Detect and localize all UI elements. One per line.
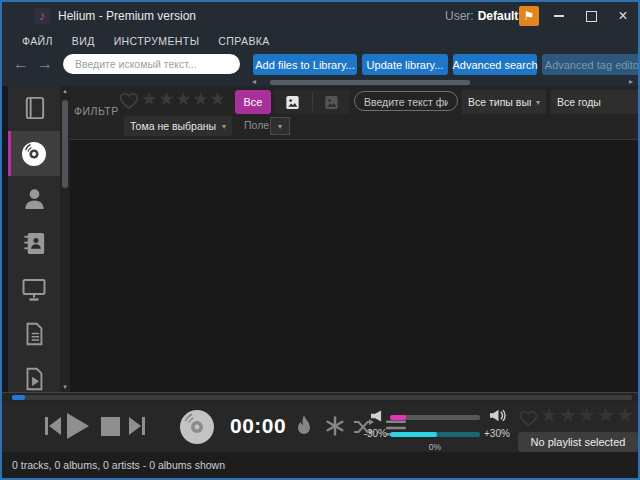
playlist-file-icon [21, 366, 47, 392]
favorite-heart-icon[interactable] [119, 92, 139, 110]
menu-item-view[interactable]: ВИД [72, 35, 95, 47]
speaker-loud-icon [490, 409, 506, 422]
menu-item-tools[interactable]: ИНСТРУМЕНТЫ [114, 35, 200, 47]
filter-all-button[interactable]: Все [235, 90, 271, 114]
hscrollbar-track[interactable] [12, 395, 632, 400]
sidebar-item-reports[interactable] [8, 311, 60, 356]
minimize-button[interactable] [545, 2, 573, 30]
years-dropdown[interactable]: Все годы [551, 90, 640, 114]
scroll-up-icon[interactable]: ▴ [60, 87, 70, 95]
contacts-book-icon [21, 230, 48, 257]
release-type-dropdown[interactable]: Все типы выпусков ▾ [462, 90, 546, 114]
filter-text-input[interactable] [355, 93, 457, 111]
album-list-area[interactable] [70, 140, 638, 392]
flag-icon: ⚑ [524, 9, 535, 23]
years-value: Все годы [557, 96, 601, 108]
chevron-down-icon: ▾ [222, 122, 226, 131]
forward-button[interactable]: → [34, 53, 56, 75]
arrow-right-icon: → [37, 55, 53, 72]
pitch-current-value: 0% [410, 442, 460, 452]
title-bar: ♪ Helium - Premium version User:Default … [2, 2, 638, 30]
content-horizontal-scrollbar[interactable] [2, 392, 638, 402]
stop-button[interactable] [100, 416, 121, 437]
close-icon: × [618, 8, 627, 24]
toolbar-scrollbar[interactable]: ◂ ▸ [252, 78, 637, 86]
global-search [63, 54, 240, 74]
scroll-right-icon[interactable]: ▸ [629, 78, 637, 86]
back-button[interactable]: ← [10, 53, 32, 75]
add-files-button[interactable]: Add files to Library... [253, 54, 357, 75]
menu-bar: ФАЙЛ ВИД ИНСТРУМЕНТЫ СПРАВКА [2, 30, 638, 51]
filter-rating-stars[interactable]: ★★★★★ [141, 88, 227, 110]
volumes-value: Тома не выбраны [130, 120, 216, 132]
user-label: User: [445, 9, 474, 23]
update-library-button[interactable]: Update library... [362, 54, 448, 75]
volume-slider-fill [390, 415, 406, 420]
advanced-search-button[interactable]: Advanced search [453, 54, 537, 75]
sidebar-item-devices[interactable] [8, 266, 60, 311]
user-value: Default [478, 9, 519, 23]
hscrollbar-thumb[interactable] [12, 395, 25, 400]
monitor-icon [20, 275, 48, 303]
pitch-slider[interactable] [390, 432, 480, 437]
flame-icon [294, 414, 314, 440]
playlist-status-badge: No playlist selected [518, 432, 638, 452]
volumes-dropdown[interactable]: Тома не выбраны ▾ [124, 116, 232, 136]
minimize-icon [554, 15, 564, 17]
cool-albums-button[interactable] [325, 416, 345, 436]
artist-person-icon [21, 185, 48, 212]
view-toggle-group [274, 90, 350, 114]
speaker-quiet-icon [371, 410, 382, 422]
elapsed-time: 00:00 [230, 414, 286, 438]
scroll-left-icon[interactable]: ◂ [252, 78, 260, 86]
close-button[interactable]: × [609, 2, 637, 30]
disc-icon [178, 408, 216, 446]
sidebar-item-library[interactable] [8, 86, 60, 131]
search-input[interactable] [63, 54, 240, 74]
player-bar: 00:00 [2, 402, 638, 452]
sidebar-item-music[interactable] [8, 131, 60, 176]
snowflake-asterisk-icon [325, 416, 345, 436]
volume-mute-button[interactable] [371, 410, 382, 422]
playlist-rating-stars[interactable]: ★★★★★ [540, 403, 635, 427]
toolbar-scrollbar-track[interactable] [262, 80, 627, 85]
previous-track-button[interactable] [44, 416, 62, 436]
filter-panel: ФИЛЬТР ★★★★★ Все [70, 86, 638, 140]
arrow-left-icon: ← [13, 55, 29, 72]
app-music-note-icon: ♪ [34, 8, 50, 24]
sidebar [8, 86, 60, 392]
sidebar-item-artists[interactable] [8, 176, 60, 221]
menu-item-file[interactable]: ФАЙЛ [22, 35, 53, 47]
view-no-images-button[interactable] [313, 90, 351, 114]
volume-max-button[interactable] [490, 409, 506, 422]
sidebar-scrollbar-thumb[interactable] [62, 100, 68, 188]
toolbar-scrollbar-thumb[interactable] [270, 80, 470, 85]
field-label: Поле [244, 119, 269, 131]
next-track-button[interactable] [128, 416, 146, 436]
field-dropdown[interactable]: ▾ [270, 117, 290, 135]
menu-item-help[interactable]: СПРАВКА [218, 35, 269, 47]
previous-icon [44, 416, 62, 436]
pitch-slider-fill [390, 432, 437, 437]
chevron-down-icon: ▾ [278, 122, 282, 131]
scroll-down-icon[interactable]: ▾ [60, 383, 70, 391]
volume-slider[interactable] [390, 415, 480, 420]
sidebar-scrollbar[interactable]: ▴ ▾ [60, 86, 70, 392]
advanced-tag-editor-button: Advanced tag editor... [542, 54, 640, 75]
now-playing-disc-button[interactable] [178, 408, 216, 446]
user-indicator: User:Default [445, 9, 518, 23]
sidebar-item-contacts[interactable] [8, 221, 60, 266]
library-book-icon [21, 95, 48, 122]
next-icon [128, 416, 146, 436]
playlist-favorite-heart-icon[interactable] [519, 410, 538, 427]
sidebar-item-playlists[interactable] [8, 356, 60, 392]
status-bar: 0 tracks, 0 albums, 0 artists - 0 albums… [2, 452, 638, 478]
flag-button[interactable]: ⚑ [519, 6, 539, 26]
play-button[interactable] [64, 412, 92, 440]
hot-albums-button[interactable] [294, 414, 314, 440]
stop-icon [100, 416, 121, 437]
main-region: ▴ ▾ ФИЛЬТР ★★★★★ Все [2, 86, 638, 392]
view-with-images-button[interactable] [274, 90, 312, 114]
maximize-button[interactable] [577, 2, 605, 30]
library-counts-text: 0 tracks, 0 albums, 0 artists - 0 albums… [12, 459, 225, 471]
